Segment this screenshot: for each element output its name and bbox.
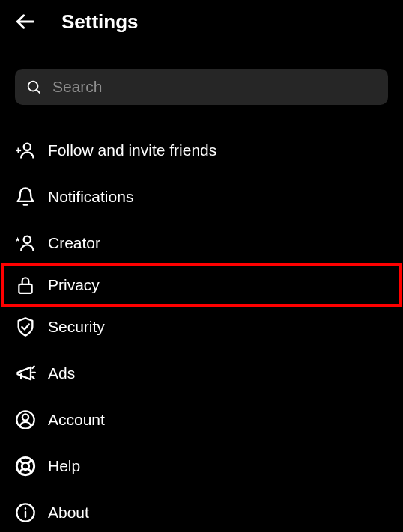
account-icon <box>15 409 36 430</box>
menu-item-privacy[interactable]: Privacy <box>1 263 402 307</box>
lock-icon <box>15 275 36 296</box>
menu-item-help[interactable]: Help <box>0 443 403 489</box>
svg-line-2 <box>37 90 40 94</box>
svg-rect-8 <box>19 284 31 293</box>
megaphone-icon <box>15 363 36 384</box>
menu-item-label: Ads <box>48 364 75 382</box>
svg-point-3 <box>24 144 31 150</box>
menu-item-label: About <box>48 504 89 522</box>
menu-item-label: Notifications <box>48 188 133 206</box>
back-button[interactable] <box>13 10 37 34</box>
menu-item-security[interactable]: Security <box>0 304 403 350</box>
add-person-icon <box>15 140 36 161</box>
menu-item-label: Creator <box>48 234 100 252</box>
menu-item-label: Help <box>48 457 80 475</box>
menu-item-notifications[interactable]: Notifications <box>0 174 403 220</box>
shield-icon <box>15 317 36 337</box>
page-title: Settings <box>61 10 139 34</box>
search-bar[interactable] <box>15 69 388 105</box>
svg-point-14 <box>16 457 34 474</box>
search-input[interactable] <box>52 78 378 96</box>
info-icon <box>15 502 36 523</box>
search-icon <box>25 79 42 95</box>
svg-marker-7 <box>15 237 20 242</box>
svg-line-19 <box>28 468 31 472</box>
menu-item-label: Account <box>48 411 105 429</box>
help-icon <box>15 456 36 477</box>
svg-line-9 <box>32 367 34 368</box>
svg-point-13 <box>22 414 28 420</box>
arrow-left-icon <box>15 11 36 32</box>
svg-line-18 <box>19 468 23 472</box>
svg-line-11 <box>32 377 34 379</box>
svg-point-15 <box>22 462 28 469</box>
header: Settings <box>0 0 403 43</box>
menu-item-label: Privacy <box>48 276 100 294</box>
star-person-icon <box>15 233 36 254</box>
svg-point-6 <box>24 236 31 243</box>
menu-item-creator[interactable]: Creator <box>0 220 403 266</box>
bell-icon <box>15 186 36 207</box>
menu-item-label: Security <box>48 318 105 336</box>
svg-line-16 <box>19 460 23 464</box>
menu-item-label: Follow and invite friends <box>48 141 216 159</box>
settings-menu: Follow and invite friends Notifications … <box>0 120 403 532</box>
svg-line-17 <box>28 460 31 464</box>
menu-item-about[interactable]: About <box>0 489 403 532</box>
menu-item-ads[interactable]: Ads <box>0 350 403 397</box>
menu-item-account[interactable]: Account <box>0 397 403 443</box>
menu-item-follow[interactable]: Follow and invite friends <box>0 127 403 174</box>
svg-point-1 <box>28 82 38 91</box>
